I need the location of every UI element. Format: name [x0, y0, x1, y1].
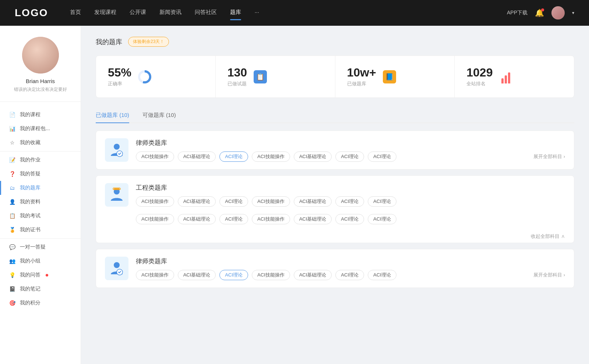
- bank-card-lawyer-1-body: 律师类题库 ACI技能操作 ACI基础理论 ACI理论 ACI技能操作 ACI基…: [136, 139, 565, 162]
- eng-tag-1[interactable]: ACI技能操作: [136, 196, 174, 207]
- tag-aci-skill-op-1[interactable]: ACI技能操作: [136, 151, 174, 162]
- nav-link-home[interactable]: 首页: [70, 9, 81, 17]
- sidebar-item-my-packages[interactable]: 📊 我的课程包...: [0, 122, 81, 136]
- lawyer-bank-1-tags: ACI技能操作 ACI基础理论 ACI理论 ACI技能操作 ACI基础理论 AC…: [136, 151, 565, 162]
- law2-tag-3[interactable]: ACI理论: [219, 270, 248, 280]
- law2-tag-1[interactable]: ACI技能操作: [136, 270, 174, 280]
- sidebar-item-my-profile[interactable]: 👤 我的资料: [0, 195, 81, 209]
- bar-chart-rank-icon: [501, 70, 510, 83]
- nav-link-more[interactable]: ···: [254, 9, 259, 17]
- stat-accuracy: 55% 正确率: [96, 56, 216, 97]
- tab-done-banks[interactable]: 已做题库 (10): [96, 108, 129, 122]
- sidebar-item-my-courses[interactable]: 📄 我的课程: [0, 108, 81, 122]
- tag-aci-skill-op-2[interactable]: ACI技能操作: [252, 151, 290, 162]
- stat-rank-value: 1029: [466, 66, 493, 79]
- bank-card-engineer-body: 工程类题库 ACI技能操作 ACI基础理论 ACI理论 ACI技能操作 ACI基…: [136, 183, 565, 207]
- bank-card-lawyer-2: 律师类题库 ACI技能操作 ACI基础理论 ACI理论 ACI技能操作 ACI基…: [96, 249, 574, 288]
- law2-tag-2[interactable]: ACI基础理论: [178, 270, 216, 280]
- tag-aci-theory-1[interactable]: ACI理论: [219, 151, 248, 162]
- menu-label-answers: 我的问答: [20, 272, 40, 278]
- tag-aci-theory-2[interactable]: ACI理论: [335, 151, 364, 162]
- expand-lawyer-1[interactable]: 展开全部科目 ›: [533, 153, 565, 160]
- sidebar-item-my-cert[interactable]: 🏅 我的证书: [0, 223, 81, 237]
- sidebar-item-my-notes[interactable]: 📓 我的笔记: [0, 282, 81, 296]
- eng-tag-7[interactable]: ACI理论: [368, 196, 396, 207]
- eng-tag-5[interactable]: ACI基础理论: [294, 196, 332, 207]
- lawyer-svg-icon-2: [109, 260, 125, 276]
- sidebar-item-my-group[interactable]: 👥 我的小组: [0, 254, 81, 268]
- stat-done-questions-info: 130 已做试题: [228, 66, 247, 87]
- sidebar-item-one-on-one[interactable]: 💬 一对一答疑: [0, 240, 81, 254]
- tag-aci-basic-theory-1[interactable]: ACI基础理论: [178, 151, 216, 162]
- stat-done-banks-value: 10w+: [347, 66, 376, 79]
- sidebar-item-my-bank[interactable]: 🗂 我的题库: [0, 181, 81, 195]
- law2-tag-4[interactable]: ACI技能操作: [252, 270, 290, 280]
- stat-done-banks-info: 10w+ 已做题库: [347, 66, 376, 87]
- stat-accuracy-label: 正确率: [108, 81, 131, 87]
- law2-tag-7[interactable]: ACI理论: [368, 270, 396, 280]
- user-avatar[interactable]: [551, 6, 565, 19]
- nav-link-bank[interactable]: 题库: [230, 9, 241, 17]
- stats-row: 55% 正确率 130 已做试题 📋 10w+ 已做题库: [96, 56, 574, 98]
- eng-tag-9[interactable]: ACI基础理论: [178, 214, 216, 224]
- sidebar-item-my-exam[interactable]: 📋 我的考试: [0, 209, 81, 223]
- user-menu-chevron[interactable]: ▾: [572, 10, 574, 15]
- sidebar-profile: Brian Harris 错误的决定比没有决定要好: [0, 37, 81, 102]
- eng-tag-6[interactable]: ACI理论: [335, 196, 364, 207]
- tag-aci-theory-3[interactable]: ACI理论: [368, 151, 396, 162]
- eng-tag-12[interactable]: ACI基础理论: [294, 214, 332, 224]
- accuracy-icon: [137, 69, 152, 84]
- lawyer-bank-2-title: 律师类题库: [136, 257, 565, 265]
- sidebar-item-my-answers[interactable]: 💡 我的问答: [0, 268, 81, 282]
- nav-link-qa[interactable]: 问答社区: [195, 9, 217, 17]
- eng-tag-13[interactable]: ACI理论: [335, 214, 364, 224]
- nav-link-open[interactable]: 公开课: [130, 9, 146, 17]
- lawyer-bank-2-tags: ACI技能操作 ACI基础理论 ACI理论 ACI技能操作 ACI基础理论 AC…: [136, 270, 565, 280]
- rank-icon: [498, 69, 513, 84]
- sidebar-item-my-points[interactable]: 🎯 我的积分: [0, 296, 81, 310]
- menu-label-bank: 我的题库: [20, 185, 40, 191]
- notification-bell[interactable]: 🔔: [535, 8, 544, 17]
- law2-tag-6[interactable]: ACI理论: [335, 270, 364, 280]
- bank-card-lawyer-2-body: 律师类题库 ACI技能操作 ACI基础理论 ACI理论 ACI技能操作 ACI基…: [136, 257, 565, 280]
- eng-tag-11[interactable]: ACI技能操作: [252, 214, 290, 224]
- file-icon: 📋: [9, 213, 15, 219]
- menu-label-homework: 我的作业: [20, 157, 40, 163]
- stat-done-banks: 10w+ 已做题库 📘: [335, 56, 455, 97]
- sidebar-divider-1: [0, 151, 81, 151]
- eng-tag-8[interactable]: ACI技能操作: [136, 214, 174, 224]
- expand-lawyer-2[interactable]: 展开全部科目 ›: [533, 272, 565, 278]
- nav-link-discover[interactable]: 发现课程: [94, 9, 116, 17]
- menu-label-courses: 我的课程: [20, 111, 40, 118]
- tab-available-banks[interactable]: 可做题库 (10): [142, 108, 176, 122]
- law2-tag-5[interactable]: ACI基础理论: [294, 270, 332, 280]
- eng-tag-2[interactable]: ACI基础理论: [178, 196, 216, 207]
- question-icon: ❓: [9, 171, 15, 177]
- sidebar-item-my-favorites[interactable]: ☆ 我的收藏: [0, 136, 81, 150]
- points-icon: 🎯: [9, 300, 15, 306]
- nav-right: APP下载 🔔 ▾: [507, 6, 574, 19]
- eng-tag-3[interactable]: ACI理论: [219, 196, 248, 207]
- done-banks-icon: 📘: [382, 69, 397, 84]
- star-icon: ☆: [9, 139, 15, 146]
- page-container: Brian Harris 错误的决定比没有决定要好 📄 我的课程 📊 我的课程包…: [0, 0, 589, 364]
- bell-dot: [541, 8, 544, 11]
- collapse-engineer[interactable]: 收起全部科目 ∧: [96, 230, 574, 243]
- eng-tag-4[interactable]: ACI技能操作: [252, 196, 290, 207]
- group-icon: 👥: [9, 258, 15, 264]
- stat-done-questions-value: 130: [228, 66, 247, 79]
- sidebar: Brian Harris 错误的决定比没有决定要好 📄 我的课程 📊 我的课程包…: [0, 26, 81, 364]
- app-download-link[interactable]: APP下载: [507, 10, 528, 16]
- eng-tag-10[interactable]: ACI理论: [219, 214, 248, 224]
- avatar-image: [551, 6, 565, 19]
- page-header: 我的题库 体验剩余23天！: [96, 37, 574, 47]
- sidebar-item-my-homework[interactable]: 📝 我的作业: [0, 153, 81, 167]
- nav-link-news[interactable]: 新闻资讯: [159, 9, 181, 17]
- menu-label-profile: 我的资料: [20, 199, 40, 205]
- nav-links: 首页 发现课程 公开课 新闻资讯 问答社区 题库 ···: [70, 9, 507, 17]
- eng-tag-14[interactable]: ACI理论: [368, 214, 396, 224]
- sidebar-item-my-questions[interactable]: ❓ 我的答疑: [0, 167, 81, 181]
- stat-rank-label: 全站排名: [466, 81, 493, 87]
- tag-aci-basic-theory-2[interactable]: ACI基础理论: [294, 151, 332, 162]
- bar-chart-icon: 📊: [9, 125, 15, 132]
